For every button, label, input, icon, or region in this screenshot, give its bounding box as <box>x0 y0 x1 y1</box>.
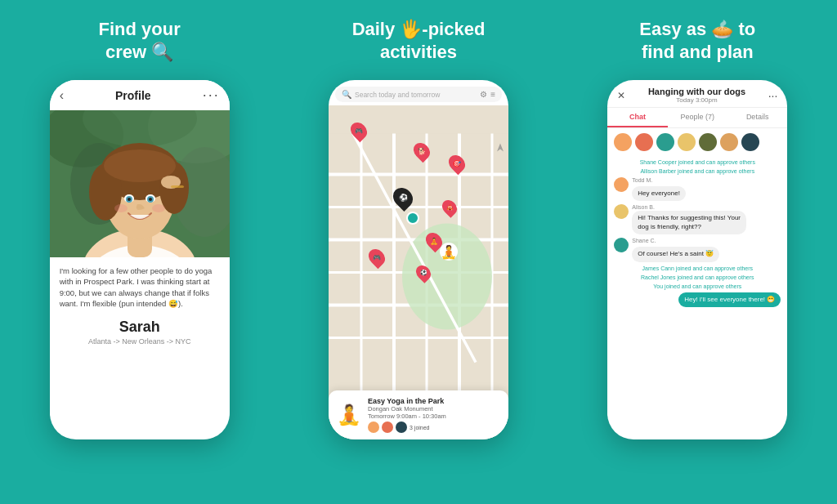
panel-activities: Daily 🖐-picked activities 🔍 Search today… <box>279 0 557 504</box>
joined-avatar-2 <box>382 421 393 433</box>
panel-find-crew: Find your crew 🔍 ‹ Profile ··· <box>0 0 279 504</box>
shane-avatar <box>614 238 629 252</box>
shane-sender: Shane C. <box>632 238 781 243</box>
map-pin-game[interactable]: 🎮 <box>369 248 384 266</box>
own-msg-row: Hey! I'll see everyone there! 😁 <box>614 292 781 307</box>
system-msg-5: You joined and can approve others <box>614 283 781 289</box>
filter-icons: ⚙ ≡ <box>480 90 495 99</box>
chat-title: Hanging with our dogs <box>625 87 768 96</box>
map-pin-1[interactable]: 🎮 <box>351 122 366 140</box>
people-avatar-4 <box>678 133 696 151</box>
search-icon: 🔍 <box>342 90 351 99</box>
map-card-icon: 🧘 <box>337 404 361 426</box>
joined-avatar-3 <box>396 421 407 433</box>
phone-profile: ‹ Profile ··· <box>50 80 230 439</box>
shane-bubble: Of course! He's a saint 😇 <box>632 247 719 261</box>
panel2-title: Daily 🖐-picked activities <box>352 18 486 67</box>
people-avatar-2 <box>635 133 653 151</box>
map-search-bar[interactable]: 🔍 Search today and tomorrow ⚙ ≡ <box>335 87 502 102</box>
profile-bio: I'm looking for a few other people to do… <box>50 257 230 314</box>
map-card[interactable]: 🧘 Easy Yoga in the Park Dongan Oak Monum… <box>329 390 508 439</box>
close-icon[interactable]: ✕ <box>617 90 625 101</box>
system-msg-4: Rachel Jones joined and can approve othe… <box>614 274 781 280</box>
msg-shane: Shane C. Of course! He's a saint 😇 <box>614 238 781 261</box>
map-pin-yoga[interactable]: 🧘 <box>427 232 441 250</box>
chat-messages: Shane Cooper joined and can approve othe… <box>607 156 787 439</box>
chat-people-row <box>607 128 787 156</box>
svg-rect-23 <box>171 185 184 188</box>
map-pin-4[interactable]: ⚽ <box>394 187 412 208</box>
map-yoga-figure: 🧘 <box>440 243 458 261</box>
alison-sender: Alison B. <box>632 204 781 210</box>
map-area: 🎮 🐕 🎯 ⚽ 🎪 <box>329 105 508 439</box>
panel-chat: Easy as 🥧 to find and plan ✕ Hanging wit… <box>558 0 837 504</box>
map-pin-2[interactable]: 🐕 <box>414 142 429 160</box>
profile-photo <box>50 110 230 257</box>
svg-point-36 <box>402 224 492 330</box>
filter-icon[interactable]: ⚙ <box>480 90 487 99</box>
search-placeholder: Search today and tomorrow <box>355 91 477 99</box>
tab-details[interactable]: Details <box>727 108 787 127</box>
alison-avatar <box>614 204 629 219</box>
system-msg-1: Shane Cooper joined and can approve othe… <box>614 159 781 165</box>
chat-header: ✕ Hanging with our dogs Today 3:00pm ··· <box>607 80 787 108</box>
system-msg-3: James Cann joined and can approve others <box>614 265 781 271</box>
phone-map: 🔍 Search today and tomorrow ⚙ ≡ <box>329 80 508 439</box>
panel1-title: Find your crew 🔍 <box>99 18 181 67</box>
joined-count: 3 joined <box>410 425 430 430</box>
list-icon[interactable]: ≡ <box>490 90 495 99</box>
todd-msg-content: Todd M. Hey everyone! <box>632 177 781 201</box>
shane-msg-content: Shane C. Of course! He's a saint 😇 <box>632 238 781 261</box>
todd-bubble: Hey everyone! <box>632 186 686 201</box>
map-card-joined: 3 joined <box>368 421 500 433</box>
map-card-location: Dongan Oak Monument <box>368 405 500 413</box>
profile-header: ‹ Profile ··· <box>50 80 230 110</box>
map-pin-soccer[interactable]: ⚽ <box>417 265 430 281</box>
alison-msg-content: Alison B. Hi! Thanks for suggesting this… <box>632 204 781 234</box>
people-avatar-5 <box>699 133 717 151</box>
tab-people[interactable]: People (7) <box>668 108 727 127</box>
map-pin-teal[interactable] <box>406 212 419 225</box>
todd-sender: Todd M. <box>632 177 781 183</box>
profile-title: Profile <box>115 89 151 102</box>
people-avatar-6 <box>720 133 738 151</box>
back-button[interactable]: ‹ <box>60 88 64 103</box>
chat-menu[interactable]: ··· <box>768 89 778 102</box>
profile-menu[interactable]: ··· <box>203 87 220 104</box>
msg-todd: Todd M. Hey everyone! <box>614 177 781 201</box>
svg-point-19 <box>128 198 131 201</box>
system-msg-2: Allison Barber joined and can approve ot… <box>614 168 781 174</box>
msg-alison: Alison B. Hi! Thanks for suggesting this… <box>614 204 781 234</box>
alison-bubble: Hi! Thanks for suggesting this! Your dog… <box>632 211 746 234</box>
profile-location: Atlanta -> New Orleans -> NYC <box>50 337 230 346</box>
phone-chat: ✕ Hanging with our dogs Today 3:00pm ···… <box>607 80 787 439</box>
people-avatar-1 <box>614 133 632 151</box>
map-card-info: Easy Yoga in the Park Dongan Oak Monumen… <box>368 397 500 433</box>
people-avatar-7 <box>741 133 759 151</box>
tab-chat[interactable]: Chat <box>607 108 667 127</box>
profile-photo-svg <box>50 110 230 257</box>
own-bubble: Hey! I'll see everyone there! 😁 <box>678 292 781 307</box>
map-card-time: Tomorrow 9:00am - 10:30am <box>368 413 500 420</box>
map-card-title: Easy Yoga in the Park <box>368 397 500 405</box>
panel3-title: Easy as 🥧 to find and plan <box>639 18 755 67</box>
joined-avatar-1 <box>368 421 379 433</box>
people-avatar-3 <box>656 133 674 151</box>
svg-point-22 <box>152 204 165 212</box>
svg-point-21 <box>114 204 128 212</box>
profile-name: Sarah <box>50 319 230 336</box>
chat-subtitle: Today 3:00pm <box>625 96 768 104</box>
todd-avatar <box>614 177 629 192</box>
svg-point-20 <box>149 198 152 201</box>
map-pin-5[interactable]: 🎪 <box>443 199 456 216</box>
chat-tabs: Chat People (7) Details <box>607 108 787 128</box>
map-pin-3[interactable]: 🎯 <box>450 154 464 172</box>
